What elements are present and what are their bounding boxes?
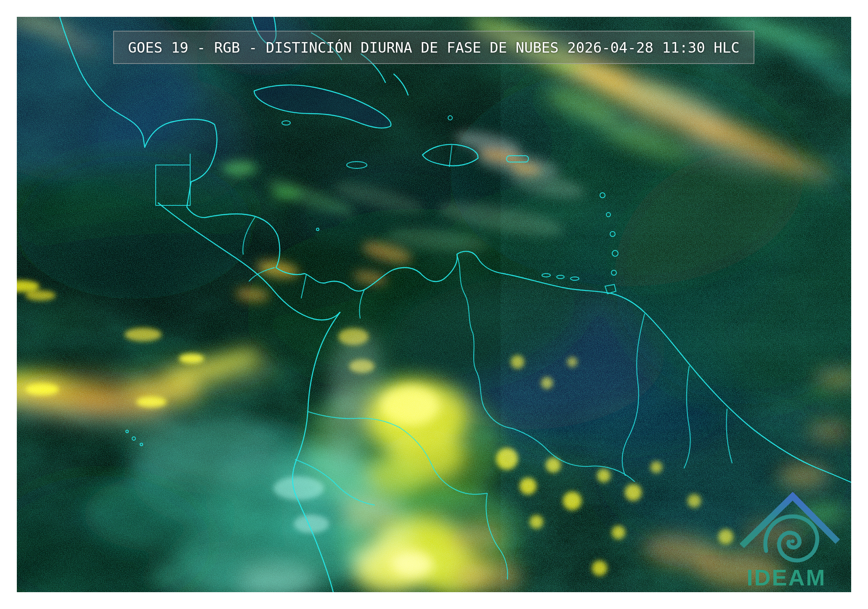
logo-spiral-icon bbox=[765, 516, 817, 560]
satellite-scene bbox=[17, 17, 851, 592]
logo-roof-icon bbox=[742, 496, 838, 546]
ideam-logo: IDEAM bbox=[739, 492, 840, 590]
banner-title-text: GOES 19 - RGB - DISTINCIÓN DIURNA DE FAS… bbox=[128, 39, 739, 56]
title-banner: GOES 19 - RGB - DISTINCIÓN DIURNA DE FAS… bbox=[113, 31, 754, 64]
logo-spiral-eye-icon bbox=[791, 540, 795, 543]
image-frame: GOES 19 - RGB - DISTINCIÓN DIURNA DE FAS… bbox=[0, 0, 868, 609]
satellite-map: GOES 19 - RGB - DISTINCIÓN DIURNA DE FAS… bbox=[17, 17, 851, 592]
logo-text: IDEAM bbox=[747, 565, 826, 590]
